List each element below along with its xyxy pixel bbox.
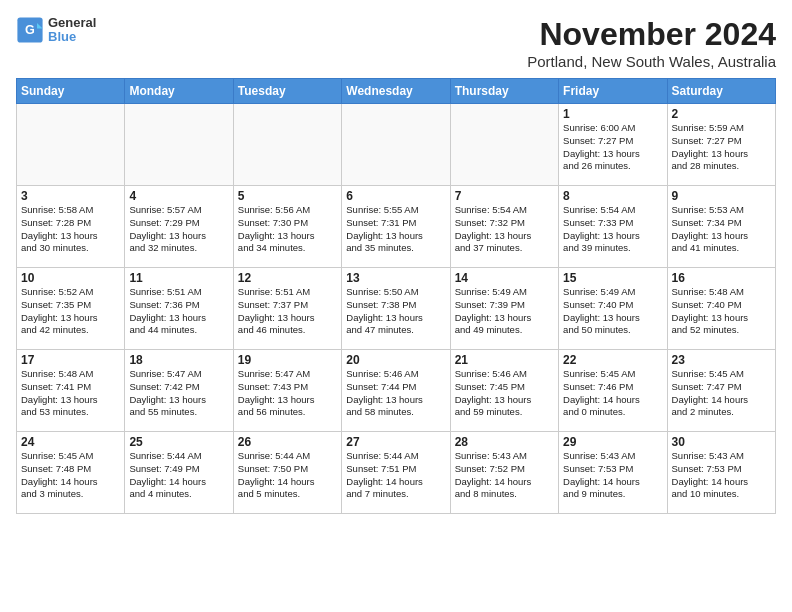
- calendar-cell: 22Sunrise: 5:45 AMSunset: 7:46 PMDayligh…: [559, 350, 667, 432]
- day-info: Sunrise: 5:43 AMSunset: 7:52 PMDaylight:…: [455, 450, 554, 501]
- calendar-cell: [125, 104, 233, 186]
- day-info: Sunrise: 5:50 AMSunset: 7:38 PMDaylight:…: [346, 286, 445, 337]
- day-number: 3: [21, 189, 120, 203]
- calendar-cell: 3Sunrise: 5:58 AMSunset: 7:28 PMDaylight…: [17, 186, 125, 268]
- day-info: Sunrise: 5:48 AMSunset: 7:40 PMDaylight:…: [672, 286, 771, 337]
- calendar-cell: 23Sunrise: 5:45 AMSunset: 7:47 PMDayligh…: [667, 350, 775, 432]
- day-number: 27: [346, 435, 445, 449]
- calendar-cell: 21Sunrise: 5:46 AMSunset: 7:45 PMDayligh…: [450, 350, 558, 432]
- weekday-header-wednesday: Wednesday: [342, 79, 450, 104]
- logo-icon: G: [16, 16, 44, 44]
- day-info: Sunrise: 5:43 AMSunset: 7:53 PMDaylight:…: [672, 450, 771, 501]
- month-title: November 2024: [527, 16, 776, 53]
- day-number: 20: [346, 353, 445, 367]
- weekday-header-saturday: Saturday: [667, 79, 775, 104]
- day-info: Sunrise: 5:48 AMSunset: 7:41 PMDaylight:…: [21, 368, 120, 419]
- calendar-cell: 10Sunrise: 5:52 AMSunset: 7:35 PMDayligh…: [17, 268, 125, 350]
- day-info: Sunrise: 5:54 AMSunset: 7:33 PMDaylight:…: [563, 204, 662, 255]
- week-row-2: 3Sunrise: 5:58 AMSunset: 7:28 PMDaylight…: [17, 186, 776, 268]
- weekday-header-row: SundayMondayTuesdayWednesdayThursdayFrid…: [17, 79, 776, 104]
- day-info: Sunrise: 5:51 AMSunset: 7:37 PMDaylight:…: [238, 286, 337, 337]
- day-number: 16: [672, 271, 771, 285]
- calendar-cell: 9Sunrise: 5:53 AMSunset: 7:34 PMDaylight…: [667, 186, 775, 268]
- day-info: Sunrise: 5:45 AMSunset: 7:47 PMDaylight:…: [672, 368, 771, 419]
- calendar-cell: [233, 104, 341, 186]
- day-info: Sunrise: 5:46 AMSunset: 7:45 PMDaylight:…: [455, 368, 554, 419]
- day-info: Sunrise: 5:56 AMSunset: 7:30 PMDaylight:…: [238, 204, 337, 255]
- day-number: 28: [455, 435, 554, 449]
- logo: G General Blue: [16, 16, 96, 45]
- day-number: 30: [672, 435, 771, 449]
- svg-text:G: G: [25, 23, 35, 37]
- calendar-cell: 19Sunrise: 5:47 AMSunset: 7:43 PMDayligh…: [233, 350, 341, 432]
- day-number: 7: [455, 189, 554, 203]
- day-info: Sunrise: 5:45 AMSunset: 7:46 PMDaylight:…: [563, 368, 662, 419]
- day-number: 23: [672, 353, 771, 367]
- calendar-cell: 18Sunrise: 5:47 AMSunset: 7:42 PMDayligh…: [125, 350, 233, 432]
- calendar-cell: 2Sunrise: 5:59 AMSunset: 7:27 PMDaylight…: [667, 104, 775, 186]
- logo-text: General Blue: [48, 16, 96, 45]
- calendar-cell: 6Sunrise: 5:55 AMSunset: 7:31 PMDaylight…: [342, 186, 450, 268]
- day-number: 21: [455, 353, 554, 367]
- day-info: Sunrise: 5:46 AMSunset: 7:44 PMDaylight:…: [346, 368, 445, 419]
- day-info: Sunrise: 5:52 AMSunset: 7:35 PMDaylight:…: [21, 286, 120, 337]
- day-info: Sunrise: 5:49 AMSunset: 7:40 PMDaylight:…: [563, 286, 662, 337]
- title-block: November 2024 Portland, New South Wales,…: [527, 16, 776, 70]
- day-info: Sunrise: 5:53 AMSunset: 7:34 PMDaylight:…: [672, 204, 771, 255]
- weekday-header-thursday: Thursday: [450, 79, 558, 104]
- day-info: Sunrise: 5:49 AMSunset: 7:39 PMDaylight:…: [455, 286, 554, 337]
- day-number: 18: [129, 353, 228, 367]
- week-row-3: 10Sunrise: 5:52 AMSunset: 7:35 PMDayligh…: [17, 268, 776, 350]
- weekday-header-monday: Monday: [125, 79, 233, 104]
- day-number: 25: [129, 435, 228, 449]
- day-number: 6: [346, 189, 445, 203]
- weekday-header-friday: Friday: [559, 79, 667, 104]
- calendar-cell: 24Sunrise: 5:45 AMSunset: 7:48 PMDayligh…: [17, 432, 125, 514]
- calendar-cell: 25Sunrise: 5:44 AMSunset: 7:49 PMDayligh…: [125, 432, 233, 514]
- calendar-cell: 27Sunrise: 5:44 AMSunset: 7:51 PMDayligh…: [342, 432, 450, 514]
- day-info: Sunrise: 5:44 AMSunset: 7:51 PMDaylight:…: [346, 450, 445, 501]
- calendar-cell: 15Sunrise: 5:49 AMSunset: 7:40 PMDayligh…: [559, 268, 667, 350]
- weekday-header-tuesday: Tuesday: [233, 79, 341, 104]
- calendar-cell: 28Sunrise: 5:43 AMSunset: 7:52 PMDayligh…: [450, 432, 558, 514]
- day-number: 24: [21, 435, 120, 449]
- calendar-cell: 16Sunrise: 5:48 AMSunset: 7:40 PMDayligh…: [667, 268, 775, 350]
- logo-line2: Blue: [48, 30, 96, 44]
- calendar-cell: 11Sunrise: 5:51 AMSunset: 7:36 PMDayligh…: [125, 268, 233, 350]
- day-info: Sunrise: 5:58 AMSunset: 7:28 PMDaylight:…: [21, 204, 120, 255]
- day-info: Sunrise: 5:59 AMSunset: 7:27 PMDaylight:…: [672, 122, 771, 173]
- page-container: G General Blue November 2024 Portland, N…: [0, 0, 792, 522]
- calendar-cell: 30Sunrise: 5:43 AMSunset: 7:53 PMDayligh…: [667, 432, 775, 514]
- day-number: 17: [21, 353, 120, 367]
- location-title: Portland, New South Wales, Australia: [527, 53, 776, 70]
- day-info: Sunrise: 5:57 AMSunset: 7:29 PMDaylight:…: [129, 204, 228, 255]
- calendar-cell: 20Sunrise: 5:46 AMSunset: 7:44 PMDayligh…: [342, 350, 450, 432]
- calendar-cell: 13Sunrise: 5:50 AMSunset: 7:38 PMDayligh…: [342, 268, 450, 350]
- day-number: 11: [129, 271, 228, 285]
- day-number: 1: [563, 107, 662, 121]
- header-row: G General Blue November 2024 Portland, N…: [16, 16, 776, 70]
- day-number: 26: [238, 435, 337, 449]
- day-number: 9: [672, 189, 771, 203]
- day-info: Sunrise: 5:47 AMSunset: 7:43 PMDaylight:…: [238, 368, 337, 419]
- day-number: 5: [238, 189, 337, 203]
- day-number: 4: [129, 189, 228, 203]
- week-row-5: 24Sunrise: 5:45 AMSunset: 7:48 PMDayligh…: [17, 432, 776, 514]
- calendar-cell: 29Sunrise: 5:43 AMSunset: 7:53 PMDayligh…: [559, 432, 667, 514]
- calendar-cell: 12Sunrise: 5:51 AMSunset: 7:37 PMDayligh…: [233, 268, 341, 350]
- week-row-4: 17Sunrise: 5:48 AMSunset: 7:41 PMDayligh…: [17, 350, 776, 432]
- calendar-cell: 26Sunrise: 5:44 AMSunset: 7:50 PMDayligh…: [233, 432, 341, 514]
- calendar-cell: 17Sunrise: 5:48 AMSunset: 7:41 PMDayligh…: [17, 350, 125, 432]
- day-info: Sunrise: 6:00 AMSunset: 7:27 PMDaylight:…: [563, 122, 662, 173]
- day-info: Sunrise: 5:44 AMSunset: 7:50 PMDaylight:…: [238, 450, 337, 501]
- day-number: 19: [238, 353, 337, 367]
- day-number: 22: [563, 353, 662, 367]
- calendar-cell: 4Sunrise: 5:57 AMSunset: 7:29 PMDaylight…: [125, 186, 233, 268]
- day-number: 12: [238, 271, 337, 285]
- day-info: Sunrise: 5:44 AMSunset: 7:49 PMDaylight:…: [129, 450, 228, 501]
- day-info: Sunrise: 5:51 AMSunset: 7:36 PMDaylight:…: [129, 286, 228, 337]
- day-info: Sunrise: 5:54 AMSunset: 7:32 PMDaylight:…: [455, 204, 554, 255]
- calendar-cell: 14Sunrise: 5:49 AMSunset: 7:39 PMDayligh…: [450, 268, 558, 350]
- calendar-cell: 5Sunrise: 5:56 AMSunset: 7:30 PMDaylight…: [233, 186, 341, 268]
- day-info: Sunrise: 5:47 AMSunset: 7:42 PMDaylight:…: [129, 368, 228, 419]
